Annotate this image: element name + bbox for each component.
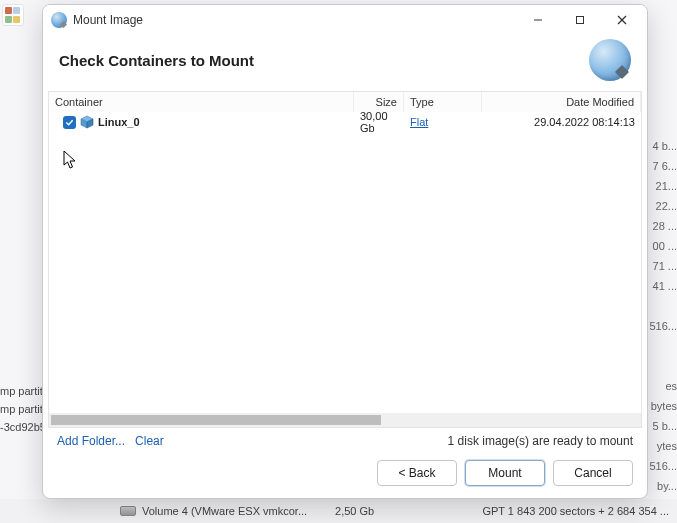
column-type[interactable]: Type bbox=[404, 92, 482, 112]
table-row[interactable]: Linux_0 30,00 Gb Flat 29.04.2022 08:14:1… bbox=[49, 112, 641, 132]
parent-left-list: mp partiticmp partitic-3cd92b5c bbox=[0, 382, 40, 436]
back-button[interactable]: < Back bbox=[377, 460, 457, 486]
column-container[interactable]: Container bbox=[49, 92, 354, 112]
container-list: Container Size Type Date Modified bbox=[48, 91, 642, 428]
volume-label: Volume 4 (VMware ESX vmkcor... bbox=[142, 505, 307, 517]
cancel-button[interactable]: Cancel bbox=[553, 460, 633, 486]
magnifier-icon bbox=[589, 39, 631, 81]
volume-icon bbox=[120, 506, 136, 516]
mount-image-dialog: Mount Image Check Containers to Mount Co… bbox=[42, 4, 648, 499]
window-title: Mount Image bbox=[73, 13, 143, 27]
parent-statusbar: Volume 4 (VMware ESX vmkcor... 2,50 Gb G… bbox=[0, 499, 677, 523]
scrollbar-thumb[interactable] bbox=[51, 415, 381, 425]
clear-link[interactable]: Clear bbox=[135, 434, 164, 448]
list-body: Linux_0 30,00 Gb Flat 29.04.2022 08:14:1… bbox=[49, 112, 641, 413]
volume-info: GPT 1 843 200 sectors + 2 684 354 ... bbox=[482, 505, 669, 517]
row-type-link[interactable]: Flat bbox=[410, 116, 428, 128]
cursor-icon bbox=[63, 150, 77, 170]
row-date: 29.04.2022 08:14:13 bbox=[482, 116, 641, 128]
column-date[interactable]: Date Modified bbox=[482, 92, 641, 112]
add-folder-link[interactable]: Add Folder... bbox=[57, 434, 125, 448]
page-heading: Check Containers to Mount bbox=[59, 52, 254, 69]
container-icon bbox=[80, 115, 94, 129]
row-checkbox[interactable] bbox=[63, 116, 76, 129]
horizontal-scrollbar[interactable] bbox=[49, 413, 641, 427]
titlebar[interactable]: Mount Image bbox=[43, 5, 647, 35]
row-size: 30,00 Gb bbox=[354, 112, 404, 134]
mount-button[interactable]: Mount bbox=[465, 460, 545, 486]
row-name: Linux_0 bbox=[98, 116, 140, 128]
list-header: Container Size Type Date Modified bbox=[49, 92, 641, 112]
app-icon bbox=[51, 12, 67, 28]
window-minimize-button[interactable] bbox=[517, 6, 559, 34]
status-text: 1 disk image(s) are ready to mount bbox=[448, 434, 633, 448]
window-close-button[interactable] bbox=[601, 6, 643, 34]
svg-marker-7 bbox=[64, 151, 75, 168]
svg-rect-1 bbox=[577, 17, 584, 24]
column-size[interactable]: Size bbox=[354, 92, 404, 112]
parent-toolbar-icon bbox=[2, 4, 24, 26]
parent-right-list: 4 b...7 6...21...22...28 ...00 ...71 ...… bbox=[647, 136, 677, 523]
volume-size: 2,50 Gb bbox=[335, 505, 374, 517]
window-maximize-button[interactable] bbox=[559, 6, 601, 34]
